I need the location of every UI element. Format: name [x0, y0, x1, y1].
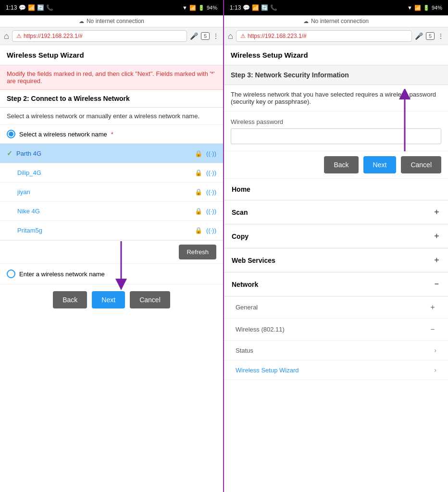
nav-home[interactable]: Home [224, 179, 448, 200]
wifi-icon-jiyan: ((·)) [206, 188, 216, 196]
nav-wireless-setup-wizard-chevron-icon: › [434, 366, 436, 374]
nav-scan[interactable]: Scan ＋ [224, 200, 448, 224]
left-url-text: https://192.168.223.1/# [24, 33, 83, 39]
network-name-pritam5g: Pritam5g [17, 227, 195, 234]
right-url-text: https://192.168.223.1/# [248, 33, 307, 39]
left-status-left: 1:13 💬 📶 🔄 📞 [6, 4, 53, 11]
wifi-icon-pritam5g: ((·)) [206, 227, 216, 234]
nav-copy[interactable]: Copy ＋ [224, 224, 448, 248]
left-refresh-row: Refresh [0, 241, 223, 264]
left-network-list: ✓ Parth 4G 🔒 ((·)) Dilip_4G 🔒 ((·)) jiya… [0, 144, 223, 241]
nav-general-label: General [236, 304, 258, 311]
left-next-button[interactable]: Next [92, 291, 125, 308]
right-password-input[interactable] [231, 128, 441, 144]
left-section-title: Step 2: Connect to a Wireless Network [0, 90, 223, 108]
right-page-title: Wireless Setup Wizard [224, 45, 448, 65]
left-no-internet-bar: ☁ No internet connection [0, 15, 223, 27]
right-status-left: 1:13 💬 📶 🔄 📞 [230, 4, 277, 11]
right-status-bar: 1:13 💬 📶 🔄 📞 ▼ 📶 🔋 94% [224, 0, 448, 15]
nav-wireless-label: Wireless (802.11) [236, 326, 285, 333]
network-item-nike4g[interactable]: Nike 4G 🔒 ((·)) [0, 202, 223, 221]
nav-copy-label: Copy [232, 233, 249, 240]
right-home-browser-icon[interactable]: ⌂ [228, 31, 233, 41]
lock-icon-dilip4g: 🔒 [195, 169, 202, 176]
left-radio-circle-selected[interactable] [7, 130, 15, 138]
nav-general[interactable]: General ＋ [224, 296, 448, 319]
left-url-box[interactable]: ⚠ https://192.168.223.1/# [12, 30, 187, 42]
left-browser-bar: ⌂ ⚠ https://192.168.223.1/# 🎤 5 ⋮ [0, 27, 223, 45]
left-status-right: ▼ 📶 🔋 94% [182, 5, 217, 11]
left-enter-network-label: Enter a wireless network name [19, 271, 105, 278]
network-item-pritam5g[interactable]: Pritam5g 🔒 ((·)) [0, 221, 223, 240]
right-battery: 94% [432, 5, 442, 11]
left-radio-label: Select a wireless network name [19, 131, 107, 138]
check-icon: ✓ [7, 149, 12, 157]
nav-wireless[interactable]: Wireless (802.11) － [224, 319, 448, 341]
right-signal-icon: 📶 [252, 4, 259, 11]
network-item-dilip4g[interactable]: Dilip_4G 🔒 ((·)) [0, 163, 223, 183]
nav-web-services-plus-icon: ＋ [433, 255, 440, 265]
right-cancel-button[interactable]: Cancel [401, 156, 441, 173]
nav-network-minus-icon: － [433, 279, 440, 289]
right-next-button[interactable]: Next [363, 156, 397, 173]
nav-scan-plus-icon: ＋ [433, 207, 440, 217]
right-menu-icon[interactable]: ⋮ [437, 32, 444, 40]
left-mic-icon[interactable]: 🎤 [190, 32, 198, 40]
right-wifi-icon: ▼ [407, 5, 412, 11]
left-cancel-button[interactable]: Cancel [130, 291, 170, 308]
nav-scan-label: Scan [232, 209, 248, 216]
lock-icon-jiyan: 🔒 [195, 188, 202, 196]
right-step-title: Step 3: Network Security Information [224, 65, 448, 85]
nav-status[interactable]: Status › [224, 341, 448, 360]
left-action-row: Back Next Cancel [0, 284, 223, 315]
right-no-internet-bar: ☁ No internet connection [224, 15, 448, 27]
right-mic-icon[interactable]: 🎤 [415, 32, 423, 40]
network-item-parth4g[interactable]: ✓ Parth 4G 🔒 ((·)) [0, 144, 223, 163]
nav-status-label: Status [236, 347, 253, 354]
nav-web-services[interactable]: Web Services ＋ [224, 248, 448, 272]
sync-icon: 🔄 [37, 4, 44, 11]
left-description: Select a wireless network or manually en… [0, 108, 223, 125]
lock-icon-nike4g: 🔒 [195, 208, 202, 215]
network-name-dilip4g: Dilip_4G [17, 169, 195, 176]
left-time: 1:13 [6, 4, 17, 11]
left-tab-badge[interactable]: 5 [201, 32, 210, 40]
left-menu-icon[interactable]: ⋮ [212, 32, 219, 40]
right-phone-panel: 1:13 💬 📶 🔄 📞 ▼ 📶 🔋 94% ☁ No internet con… [224, 0, 448, 492]
nav-network-label: Network [232, 281, 258, 288]
left-alert-banner: Modify the fields marked in red, and the… [0, 65, 223, 90]
signal-icon: 📶 [28, 4, 35, 11]
right-url-box[interactable]: ⚠ https://192.168.223.1/# [236, 30, 412, 42]
nav-wireless-setup-wizard-label: Wireless Setup Wizard [236, 367, 299, 374]
right-warning-icon: ⚠ [240, 33, 246, 39]
right-step-description: The wireless network that you have selec… [224, 85, 448, 111]
right-sync-icon: 🔄 [261, 4, 268, 11]
signal-bars-icon: 📶 [189, 5, 196, 11]
cloud-off-icon: ☁ [79, 18, 84, 25]
right-password-label: Wireless password [231, 118, 441, 125]
wifi-icon-nike4g: ((·)) [206, 208, 216, 215]
nav-status-chevron-icon: › [434, 346, 436, 354]
left-required-star: * [111, 131, 113, 138]
left-radio-select-network[interactable]: Select a wireless network name * [0, 125, 223, 144]
nav-wireless-setup-wizard[interactable]: Wireless Setup Wizard › [224, 360, 448, 380]
wifi-status-icon: ▼ [182, 5, 187, 11]
lock-icon-pritam5g: 🔒 [195, 227, 202, 234]
nav-network[interactable]: Network － [224, 272, 448, 296]
right-password-section: Wireless password [224, 111, 448, 151]
left-page-content: Wireless Setup Wizard Modify the fields … [0, 45, 223, 492]
left-radio-circle-enter[interactable] [7, 270, 15, 278]
right-back-button[interactable]: Back [324, 156, 358, 173]
right-status-right: ▼ 📶 🔋 94% [407, 5, 442, 11]
left-home-browser-icon[interactable]: ⌂ [4, 31, 9, 41]
right-tab-badge[interactable]: 5 [426, 32, 435, 40]
network-item-jiyan[interactable]: jiyan 🔒 ((·)) [0, 183, 223, 202]
left-enter-network-row[interactable]: Enter a wireless network name [0, 264, 223, 284]
network-name-nike4g: Nike 4G [17, 208, 195, 215]
battery-icon: 🔋 [198, 5, 205, 11]
right-battery-icon: 🔋 [423, 5, 430, 11]
left-back-button[interactable]: Back [53, 291, 87, 308]
nav-web-services-label: Web Services [232, 257, 275, 264]
refresh-button[interactable]: Refresh [179, 245, 216, 259]
right-cloud-off-icon: ☁ [303, 18, 309, 25]
